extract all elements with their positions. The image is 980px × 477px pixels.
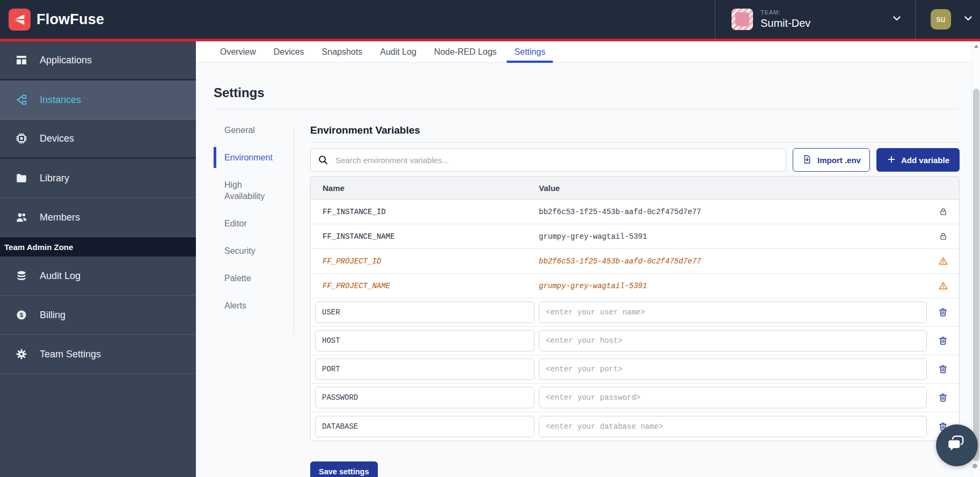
subnav-item-environment[interactable]: Environment [214,147,283,168]
folder-icon [15,172,28,185]
table-row: FF_PROJECT_ID bb2f6c53-1f25-453b-aafd-0c… [311,249,959,274]
tab-devices[interactable]: Devices [266,41,312,62]
sidebar-item-billing[interactable]: $ Billing [0,296,196,335]
chip-icon [15,132,28,145]
subnav-item-palette[interactable]: Palette [214,273,283,284]
sidebar-item-devices[interactable]: Devices [0,120,196,159]
variable-value-input[interactable] [539,358,927,380]
tab-overview[interactable]: Overview [213,41,264,62]
table-row [311,327,959,355]
env-toolbar: Import .env Add variable [310,148,960,172]
sidebar-item-label: Library [40,173,69,184]
sidebar-item-label: Instances [40,94,81,106]
delete-variable-button[interactable] [938,307,948,318]
tab-audit-log[interactable]: Audit Log [372,41,424,62]
subnav-item-high-availability[interactable]: High Availability [214,179,283,202]
column-header-value: Value [539,184,927,193]
search-input[interactable] [310,148,786,172]
tab-settings[interactable]: Settings [507,41,553,62]
chevron-down-icon [890,12,903,27]
svg-text:$: $ [20,312,24,318]
settings-content: Settings General Environment High Availa… [196,85,980,477]
delete-variable-button[interactable] [938,392,948,403]
variable-value-input[interactable] [539,302,927,323]
sidebar-item-audit-log[interactable]: Audit Log [0,256,196,296]
table-row [311,412,959,441]
variable-value-input[interactable] [539,330,927,351]
variable-name-input[interactable] [315,358,535,380]
tab-node-red-logs[interactable]: Node-RED Logs [427,41,504,62]
table-header-row: Name Value [311,177,959,200]
subnav-item-general[interactable]: General [214,124,283,136]
sidebar-item-label: Billing [40,310,65,321]
page-title: Settings [214,85,960,100]
subnav-item-editor[interactable]: Editor [214,218,283,229]
sidebar-item-members[interactable]: Members [0,198,196,237]
table-row [311,355,959,384]
applications-grid-icon [15,54,28,67]
database-icon [15,269,28,282]
team-avatar [732,9,753,30]
chat-widget-dot [972,464,977,468]
import-document-icon [802,154,813,166]
variable-name-input[interactable] [315,416,535,437]
team-selector[interactable]: TEAM: Sumit-Dev [715,0,915,39]
column-header-name: Name [311,184,539,193]
sidebar-item-team-settings[interactable]: Team Settings [0,335,196,374]
add-variable-button[interactable]: Add variable [876,148,960,172]
delete-variable-button[interactable] [938,364,948,375]
main-area: Overview Devices Snapshots Audit Log Nod… [196,41,980,477]
variable-name-input[interactable] [315,302,535,323]
delete-variable-button[interactable] [938,335,948,346]
sidebar: Applications Instances [0,41,196,477]
chat-bubble-icon [946,434,968,457]
sidebar-item-library[interactable]: Library [0,159,196,198]
search-icon [317,154,329,166]
import-env-button[interactable]: Import .env [793,148,870,172]
table-row: FF_PROJECT_NAME grumpy-grey-wagtail-5391 [311,274,959,298]
dollar-icon: $ [15,309,28,321]
sidebar-item-applications[interactable]: Applications [0,41,196,80]
variable-name-input[interactable] [315,387,535,408]
search-box [310,148,786,172]
table-row: FF_INSTANCE_ID bb2f6c53-1f25-453b-aafd-0… [311,200,959,224]
variable-value-input[interactable] [539,416,927,437]
title-divider [214,109,960,109]
scrollbar-up-arrow-icon[interactable] [974,45,978,48]
gear-icon [15,348,28,361]
sidebar-item-label: Team Settings [40,349,101,360]
variable-value-input[interactable] [539,387,927,408]
sidebar-item-label: Devices [40,133,74,144]
team-admin-zone-label: Team Admin Zone [0,237,196,256]
sidebar-item-instances[interactable]: Instances [0,80,196,120]
section-title: Environment Variables [310,124,960,143]
user-avatar: su [931,9,951,30]
header-right: TEAM: Sumit-Dev su [715,0,980,39]
team-name: Sumit-Dev [760,17,810,30]
warning-icon [927,256,959,266]
lock-icon [927,207,959,217]
table-row [311,298,959,327]
sidebar-item-label: Members [40,212,80,223]
variable-name-input[interactable] [315,330,535,351]
scrollbar-thumb[interactable] [973,89,979,461]
plus-icon [887,155,896,166]
subnav-item-alerts[interactable]: Alerts [214,300,283,311]
user-menu[interactable]: su [915,0,980,39]
app-root: FlowFuse TEAM: Sumit-Dev su [0,0,980,477]
table-row [311,384,959,412]
save-settings-button[interactable]: Save settings [310,461,378,477]
chat-widget-button[interactable] [936,424,978,466]
flowfuse-logo[interactable]: FlowFuse [9,9,104,31]
flowfuse-logo-icon [9,9,31,31]
app-header: FlowFuse TEAM: Sumit-Dev su [0,0,980,39]
sidebar-item-label: Applications [40,55,92,66]
lock-icon [927,231,959,241]
env-variables-table: Name Value FF_INSTANCE_ID bb2f6c53-1f25-… [310,176,960,441]
tab-snapshots[interactable]: Snapshots [315,41,370,62]
subnav-item-security[interactable]: Security [214,245,283,256]
table-row: FF_INSTANCE_NAME grumpy-grey-wagtail-539… [311,224,959,249]
brand-wordmark: FlowFuse [36,11,104,28]
vertical-scrollbar[interactable] [971,41,980,477]
instance-tabbar: Overview Devices Snapshots Audit Log Nod… [196,41,980,63]
